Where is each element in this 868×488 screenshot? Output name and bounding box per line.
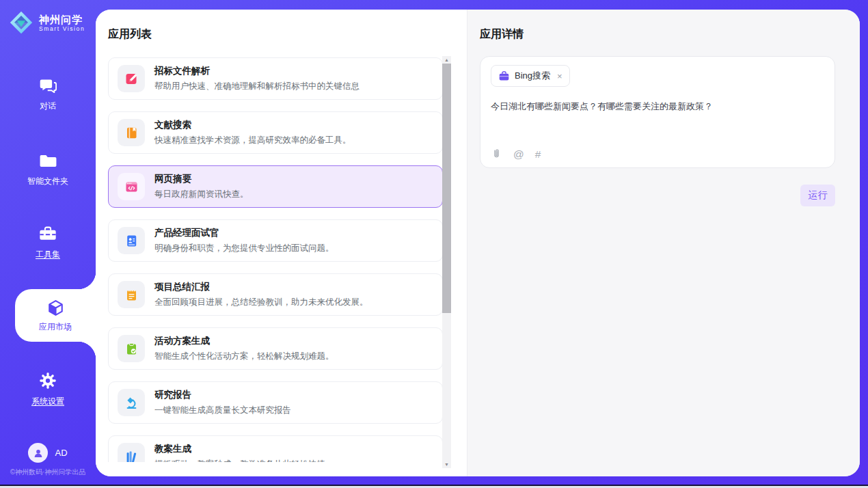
app-name: 产品经理面试官 [154, 227, 334, 239]
hash-icon[interactable]: # [535, 148, 541, 160]
app-detail-title: 应用详情 [480, 27, 524, 42]
toolbox-icon [38, 224, 57, 243]
app-detail-panel: 应用详情 Bing搜索 × 今日湖北有哪些新闻要点？有哪些需要关注的最新政策？ … [467, 10, 860, 476]
sidebar-item-label: 对话 [40, 100, 56, 112]
sidebar: 神州问学 Smart Vision 对话 智能文件夹 工具集 [0, 0, 96, 488]
scrollbar-up-icon[interactable]: ▲ [442, 57, 451, 62]
chat-icon [39, 77, 57, 95]
copyright-text: ©神州数码·神州问学出品 [0, 467, 96, 477]
app-description: 智能生成个性化活动方案，轻松解决规划难题。 [154, 351, 334, 362]
app-icon-tile [118, 281, 145, 308]
sidebar-item-label: 系统设置 [31, 396, 64, 407]
app-icon-tile [118, 119, 145, 146]
app-icon-tile [118, 443, 145, 462]
clipboard-check-icon [124, 342, 139, 356]
book-icon [124, 126, 139, 140]
app-icon-tile [118, 227, 145, 254]
app-name: 项目总结汇报 [154, 281, 368, 293]
app-card-event-plan[interactable]: 活动方案生成 智能生成个性化活动方案，轻松解决规划难题。 [108, 327, 443, 370]
app-list-scrollbar[interactable]: ▲ ▼ [442, 56, 451, 468]
app-name: 教案生成 [154, 443, 325, 455]
brand-logo: 神州问学 Smart Vision [9, 10, 85, 35]
app-name: 网页摘要 [154, 173, 249, 185]
at-icon[interactable]: @ [513, 148, 524, 160]
app-name: 研究报告 [154, 389, 291, 401]
edit-icon [124, 72, 139, 86]
close-icon[interactable]: × [557, 71, 562, 81]
brand-subtitle: Smart Vision [39, 25, 85, 32]
app-card-research-report[interactable]: 研究报告 一键智能生成高质量长文本研究报告 [108, 381, 443, 424]
avatar [28, 443, 48, 463]
app-description: 明确身份和职责，为您提供专业性的面试问题。 [154, 243, 334, 254]
attachment-toolbar: @ # [491, 148, 541, 160]
app-description: 帮助用户快速、准确地理解和解析招标书中的关键信息 [154, 81, 360, 92]
tool-chip-label: Bing搜索 [515, 70, 550, 82]
app-description: 全面回顾项目进展，总结经验教训，助力未来优化发展。 [154, 297, 368, 308]
user-name: AD [55, 448, 67, 458]
sidebar-item-chat[interactable]: 对话 [0, 77, 96, 112]
app-card-project-summary[interactable]: 项目总结汇报 全面回顾项目进展，总结经验教训，助力未来优化发展。 [108, 273, 443, 316]
app-description: 快速精准查找学术资源，提高研究效率的必备工具。 [154, 135, 351, 146]
app-list: 招标文件解析 帮助用户快速、准确地理解和解析招标书中的关键信息 文献搜索 快速精… [108, 57, 443, 462]
app-description: 每日政府新闻资讯快查。 [154, 189, 249, 200]
app-card-web-summary[interactable]: 网页摘要 每日政府新闻资讯快查。 [108, 165, 443, 208]
brand-name: 神州问学 [39, 14, 85, 25]
tool-chip-bing-search[interactable]: Bing搜索 × [491, 65, 570, 87]
app-list-panel: 应用列表 招标文件解析 帮助用户快速、准确地理解和解析招标书中的关键信息 [96, 10, 467, 476]
briefcase-icon [498, 70, 510, 82]
main-content: 应用列表 招标文件解析 帮助用户快速、准确地理解和解析招标书中的关键信息 [96, 10, 860, 476]
query-text[interactable]: 今日湖北有哪些新闻要点？有哪些需要关注的最新政策？ [491, 100, 824, 113]
browser-icon [124, 180, 139, 194]
sidebar-item-app-market[interactable]: 应用市场 [15, 289, 96, 342]
app-card-literature-search[interactable]: 文献搜索 快速精准查找学术资源，提高研究效率的必备工具。 [108, 111, 443, 154]
diamond-logo-icon [9, 10, 33, 35]
app-icon-tile [118, 389, 145, 416]
app-icon-tile [118, 173, 145, 200]
sidebar-item-toolset[interactable]: 工具集 [0, 224, 96, 260]
scrollbar-down-icon[interactable]: ▼ [442, 462, 451, 467]
user-account[interactable]: AD [0, 443, 96, 463]
resume-icon [124, 234, 139, 248]
scrollbar-thumb[interactable] [442, 64, 451, 313]
app-description: 一键智能生成高质量长文本研究报告 [154, 405, 291, 416]
gear-icon [38, 371, 57, 390]
prompt-input-card[interactable]: Bing搜索 × 今日湖北有哪些新闻要点？有哪些需要关注的最新政策？ @ # [480, 56, 835, 168]
app-name: 招标文件解析 [154, 65, 360, 77]
app-icon-tile [118, 335, 145, 362]
sidebar-item-label: 工具集 [36, 249, 60, 260]
run-button[interactable]: 运行 [800, 185, 835, 206]
app-card-pm-interviewer[interactable]: 产品经理面试官 明确身份和职责，为您提供专业性的面试问题。 [108, 219, 443, 262]
person-icon [32, 447, 44, 459]
app-icon-tile [118, 65, 145, 92]
sidebar-item-label: 应用市场 [39, 321, 72, 333]
app-description: 模板驱动，教案秒成，教学准备从此轻松快捷 [154, 459, 325, 462]
app-card-bid-document-parsing[interactable]: 招标文件解析 帮助用户快速、准确地理解和解析招标书中的关键信息 [108, 57, 443, 100]
paperclip-icon[interactable] [491, 148, 502, 160]
cube-icon [46, 299, 65, 317]
folder-icon [39, 152, 57, 170]
app-list-title: 应用列表 [108, 27, 152, 42]
sidebar-item-smart-folder[interactable]: 智能文件夹 [0, 152, 96, 187]
microscope-icon [124, 396, 139, 410]
books-icon [124, 450, 139, 463]
app-card-lesson-plan[interactable]: 教案生成 模板驱动，教案秒成，教学准备从此轻松快捷 [108, 435, 443, 462]
sidebar-item-settings[interactable]: 系统设置 [0, 371, 96, 407]
notepad-icon [124, 288, 139, 302]
app-name: 活动方案生成 [154, 335, 334, 347]
sidebar-item-label: 智能文件夹 [27, 176, 68, 187]
app-name: 文献搜索 [154, 119, 351, 131]
